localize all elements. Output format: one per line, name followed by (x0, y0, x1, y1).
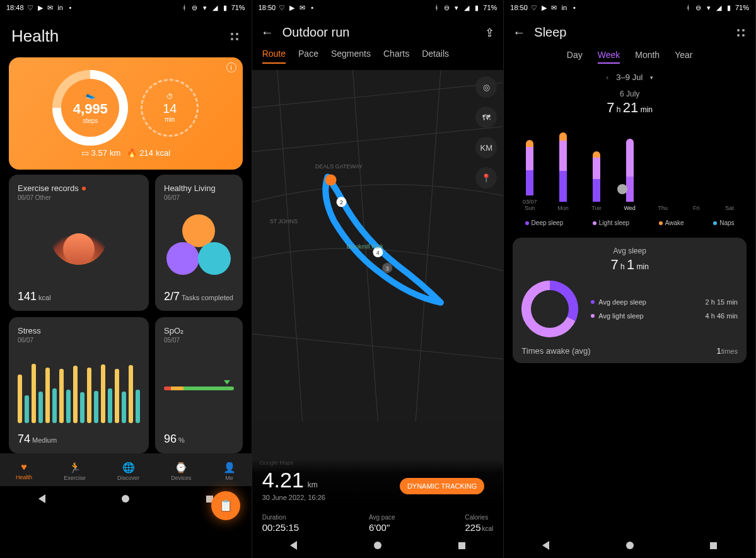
nav-discover[interactable]: 🌐Discover (117, 462, 139, 481)
tab-route[interactable]: Route (262, 49, 286, 64)
page-title: Sleep (534, 25, 726, 40)
exercise-records-tile[interactable]: Exercise records 06/07 Other 141kcal (9, 175, 149, 311)
legend-dot-icon (713, 221, 717, 225)
battery-icon: ▮ (221, 4, 229, 11)
sleep-legend: Deep sleepLight sleepAwakeNaps (504, 212, 755, 234)
avg-value: 4 h 46 min (706, 312, 738, 320)
route-map[interactable]: 2 4 3 DEALS GATEWAY ST JOHNS Brookmill P… (252, 70, 504, 506)
tab-segments[interactable]: Segments (331, 49, 371, 64)
stress-bar (87, 368, 91, 423)
health-header: Health (0, 15, 252, 52)
nav-health[interactable]: ♥Health (16, 462, 32, 480)
sleep-week-chart[interactable]: 03/07SunMonTueWedThuFriSat (504, 124, 755, 212)
back-button[interactable] (542, 541, 549, 550)
person-icon: 👤 (223, 462, 236, 474)
day-label: Fri (693, 206, 700, 212)
selected-date: 6 July (504, 90, 755, 98)
healthy-living-tile[interactable]: Healthy Living 06/07 2/7Tasks completed (155, 175, 243, 311)
page-title: Health (11, 26, 59, 46)
sleep-day-column[interactable]: 03/07Sun (520, 140, 539, 212)
run-header: ← Outdoor run ⇪ (252, 15, 504, 44)
unit-toggle[interactable]: KM (475, 137, 497, 158)
legend-item: Light sleep (593, 219, 629, 226)
tab-year[interactable]: Year (675, 50, 692, 64)
tab-week[interactable]: Week (598, 50, 620, 64)
locate-icon[interactable]: ◎ (475, 76, 497, 98)
share-icon[interactable]: ⇪ (485, 26, 494, 40)
awake-label: Times awake (avg) (521, 346, 590, 356)
battery-icon: ▮ (473, 4, 480, 11)
chevron-down-icon: ▾ (650, 74, 653, 81)
quick-action-fab[interactable]: 📋 (211, 491, 240, 520)
mail-icon: ✉ (550, 4, 558, 11)
home-button[interactable] (374, 542, 381, 549)
youtube-icon: ▶ (540, 4, 548, 11)
tab-day[interactable]: Day (567, 50, 583, 64)
recents-button[interactable] (710, 542, 717, 549)
stat-label: Calories (465, 514, 493, 521)
avg-sleep-card[interactable]: Avg sleep 7 h 1 min Avg deep sleep2 h 15… (513, 238, 747, 363)
sleep-day-column[interactable]: Thu (653, 202, 672, 212)
tile-value: 2/7 (164, 290, 180, 303)
tile-value: 96 (164, 433, 177, 445)
awake-unit: times (721, 347, 738, 355)
recents-button[interactable] (458, 542, 465, 549)
stress-bar (136, 390, 140, 423)
nav-me[interactable]: 👤Me (223, 462, 236, 481)
clover-graphic (164, 214, 233, 277)
markers-icon[interactable]: 📍 (475, 167, 497, 189)
sleep-day-column[interactable]: Tue (587, 151, 606, 212)
back-icon[interactable]: ← (513, 25, 525, 40)
tile-title: Healthy Living (164, 183, 234, 193)
kcal-unit: kcal (156, 148, 170, 158)
spo2-tile[interactable]: SpO₂ 05/07 96% (155, 317, 243, 453)
avg-row: Avg deep sleep2 h 15 min (591, 298, 738, 306)
tab-month[interactable]: Month (635, 50, 660, 64)
tile-value: 74 (18, 433, 30, 445)
bluetooth-icon: ᚼ (433, 4, 440, 11)
clock: 18:48 (6, 4, 24, 11)
back-icon[interactable]: ← (261, 25, 274, 40)
day-label: Tue (591, 206, 601, 212)
system-nav (504, 533, 755, 558)
info-icon[interactable]: i (226, 62, 236, 73)
sleep-day-column[interactable]: Sat (720, 202, 739, 212)
activity-hero-card[interactable]: i 👟 4,995 steps ⏱ 14 min ▭ 3.57 km (9, 57, 243, 170)
day-label: Mon (557, 206, 569, 212)
nav-devices[interactable]: ⌚Devices (171, 462, 191, 481)
map-style-icon[interactable]: 🗺 (475, 107, 497, 128)
stress-tile[interactable]: Stress 06/07 74Medium (9, 317, 149, 453)
stress-bar (25, 395, 29, 423)
stress-bar (115, 369, 119, 423)
steps-ring: 👟 4,995 steps (52, 70, 128, 146)
dynamic-tracking-button[interactable]: DYNAMIC TRACKING (400, 478, 484, 494)
nav-exercise[interactable]: 🏃Exercise (64, 462, 86, 481)
watch-icon: ⌚ (175, 462, 187, 474)
tab-charts[interactable]: Charts (383, 49, 409, 64)
selected-day-summary: 6 July 7 h 21 min (504, 87, 755, 124)
card-title: Avg sleep (521, 247, 738, 255)
home-button[interactable] (626, 542, 634, 549)
date-range-selector[interactable]: ‹ 3–9 Jul ▾ (504, 67, 755, 87)
legend-dot-icon (591, 314, 595, 318)
sleep-day-column[interactable]: Wed (620, 139, 639, 212)
status-bar: 18:48 ♡ ▶ ✉ in • ᚼ ⊖ ▾ ◢ ▮ 71% (0, 0, 252, 15)
tab-details[interactable]: Details (422, 49, 449, 64)
home-button[interactable] (122, 495, 129, 503)
flame-icon: 🔥 (127, 148, 137, 158)
globe-icon: 🌐 (122, 462, 135, 474)
back-button[interactable] (290, 541, 297, 550)
stress-bar (101, 364, 105, 422)
chevron-left-icon[interactable]: ‹ (606, 73, 608, 82)
sleep-day-column[interactable]: Mon (554, 132, 573, 212)
stress-bar (38, 392, 43, 423)
more-icon[interactable] (735, 27, 747, 38)
back-button[interactable] (38, 494, 45, 503)
more-icon[interactable] (229, 31, 240, 42)
avg-label: Avg light sleep (598, 312, 643, 320)
sleep-day-column[interactable]: Fri (687, 202, 706, 212)
slider-thumb[interactable] (617, 184, 627, 194)
tile-unit: Medium (32, 436, 57, 444)
tab-pace[interactable]: Pace (298, 49, 318, 64)
day-label: Sat (725, 206, 734, 212)
